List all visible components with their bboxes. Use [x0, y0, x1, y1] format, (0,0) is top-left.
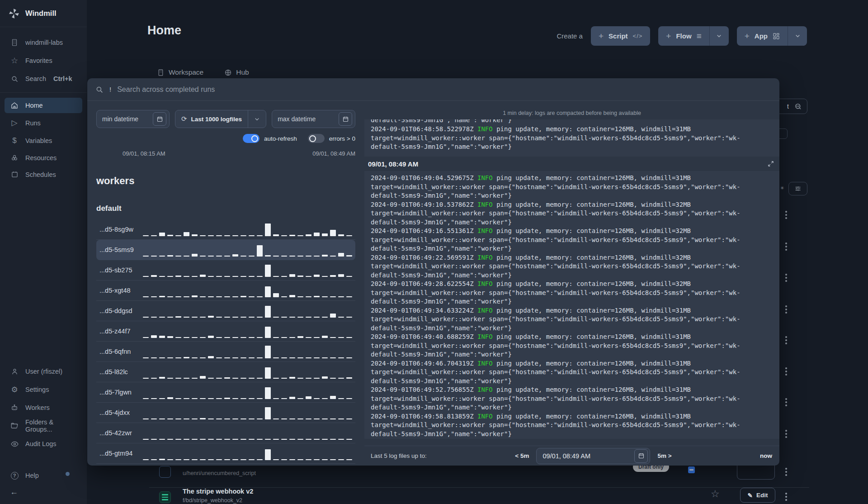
- sidebar-item-label: Home: [25, 102, 43, 109]
- create-app-button[interactable]: + App: [737, 26, 788, 46]
- footer-datetime-value: 09/01, 08:49 AM: [542, 452, 590, 460]
- logfiles-dropdown-button[interactable]: [248, 110, 266, 128]
- row-kebab-menu[interactable]: [784, 428, 788, 439]
- row-kebab-menu[interactable]: [784, 272, 788, 283]
- row-kebab-menu[interactable]: [784, 304, 788, 315]
- collapse-sidebar-button[interactable]: ←: [0, 485, 87, 504]
- robot-icon: [10, 404, 19, 412]
- footer-datetime-field[interactable]: 09/01, 08:49 AM: [536, 448, 650, 464]
- row-kebab-menu[interactable]: [784, 335, 788, 346]
- create-prefix-label: Create a: [557, 32, 583, 40]
- worker-name: ...d5-ddgsd: [99, 307, 143, 314]
- sidebar-item-search[interactable]: Search Ctrl+k: [0, 70, 87, 88]
- worker-activity-sparkline: [143, 223, 352, 236]
- row-kebab-menu[interactable]: [784, 397, 788, 408]
- workers-heading: workers: [96, 175, 355, 187]
- worker-name: ...d5-7lgwn: [99, 389, 143, 396]
- row-kebab-menu[interactable]: [784, 491, 788, 502]
- expand-icon: [768, 161, 774, 167]
- create-script-button[interactable]: + Script </>: [591, 26, 650, 46]
- sidebar-item-folders-groups[interactable]: Folders & Groups...: [0, 417, 87, 435]
- plus-icon: +: [745, 31, 750, 41]
- filter-sliders-button[interactable]: [788, 182, 807, 195]
- sidebar-item-variables[interactable]: $ Variables: [5, 133, 82, 149]
- max-datetime-input[interactable]: [278, 115, 318, 123]
- log-section-time: 09/01, 08:49 AM: [368, 160, 418, 168]
- min-datetime-input[interactable]: [102, 115, 143, 123]
- max-datetime-field[interactable]: [272, 110, 355, 128]
- calendar-icon[interactable]: [634, 449, 648, 463]
- worker-row[interactable]: ...d5-ddgsd: [96, 301, 355, 321]
- worker-row[interactable]: ...d5-sb275: [96, 260, 355, 281]
- row-kebab-menu[interactable]: [784, 209, 788, 220]
- search-icon: [10, 75, 19, 83]
- worker-row[interactable]: ...d5-xgt48: [96, 281, 355, 301]
- worker-activity-sparkline: [143, 426, 352, 440]
- errors-toggle[interactable]: [308, 134, 325, 143]
- log-delay-notice: 1 min delay: logs are compacted before b…: [364, 110, 779, 116]
- worker-row[interactable]: ...d5-4jdxx: [96, 403, 355, 423]
- edit-button[interactable]: ✎ Edit: [740, 488, 775, 503]
- worker-row[interactable]: ...d5-l82lc: [96, 362, 355, 382]
- sidebar-item-help[interactable]: ? Help: [0, 466, 87, 485]
- sidebar-item-resources[interactable]: Resources: [5, 150, 82, 166]
- chevron-down-icon: [716, 33, 722, 39]
- worker-name: ...d5-8sg9w: [99, 226, 143, 233]
- sidebar-item-user[interactable]: User (rfiszel): [0, 362, 87, 380]
- next-5m-button[interactable]: 5m >: [657, 452, 671, 459]
- chevron-down-icon: [254, 116, 260, 123]
- worker-name: ...d5-xgt48: [99, 287, 143, 294]
- create-app-split-button: + App: [737, 26, 807, 46]
- sidebar-item-workspace[interactable]: windmill-labs: [0, 33, 87, 52]
- calendar-icon[interactable]: [153, 112, 166, 126]
- page-title: Home: [147, 24, 181, 38]
- worker-activity-sparkline: [143, 365, 352, 379]
- expand-fullscreen-button[interactable]: [766, 160, 776, 168]
- row-kebab-menu[interactable]: [784, 366, 788, 377]
- log-previous-entry: 2024-09-01T06:48:58.522978Z INFO ping up…: [371, 125, 773, 152]
- globe-icon: [224, 69, 232, 76]
- sidebar-item-label: windmill-labs: [25, 39, 63, 46]
- sidebar-item-workers[interactable]: Workers: [0, 399, 87, 417]
- worker-row[interactable]: ...d5-8sg9w: [96, 219, 355, 240]
- sidebar-item-home[interactable]: Home: [5, 98, 82, 113]
- sidebar-item-runs[interactable]: ▷ Runs: [5, 114, 82, 131]
- create-flow-button[interactable]: + Flow ≡: [658, 26, 709, 46]
- tab-hub[interactable]: Hub: [224, 68, 249, 76]
- pencil-icon: ✎: [748, 492, 753, 499]
- sidebar-item-label: Runs: [25, 119, 41, 127]
- worker-row[interactable]: ...d5-5sms9: [96, 240, 355, 260]
- flow-dropdown-button[interactable]: [709, 26, 729, 46]
- min-datetime-field[interactable]: [96, 110, 170, 128]
- worker-row[interactable]: ...d5-6qfnn: [96, 342, 355, 362]
- script-language-icon: [159, 491, 171, 503]
- tab-workspace[interactable]: Workspace: [157, 68, 203, 76]
- now-button[interactable]: now: [760, 452, 772, 459]
- row-kebab-menu[interactable]: [784, 241, 788, 252]
- app-dropdown-button[interactable]: [788, 26, 807, 46]
- worker-row[interactable]: ...d5-42zwr: [96, 423, 355, 443]
- sidebar-item-audit-logs[interactable]: Audit Logs: [0, 435, 87, 453]
- favorite-star-icon[interactable]: ☆: [711, 488, 720, 500]
- logfiles-selected-option[interactable]: ⟳ Last 1000 logfiles: [175, 115, 248, 123]
- toggle-row: auto-refresh errors > 0: [96, 134, 355, 143]
- calendar-icon[interactable]: [339, 112, 352, 126]
- log-footer-bar: Last 5 log files up to: < 5m 09/01, 08:4…: [364, 446, 779, 466]
- auto-refresh-toggle[interactable]: [243, 134, 259, 143]
- sidebar-item-settings[interactable]: ⚙ Settings: [0, 380, 87, 399]
- sidebar-item-schedules[interactable]: Schedules: [5, 167, 82, 182]
- completed-runs-search-input[interactable]: [117, 86, 771, 94]
- prev-5m-button[interactable]: < 5m: [515, 452, 529, 459]
- worker-activity-sparkline: [143, 447, 352, 460]
- worker-row[interactable]: ...d5-z44f7: [96, 321, 355, 342]
- create-script-label: Script: [609, 32, 628, 40]
- app-root: Windmill windmill-labs ☆ Favorites: [0, 0, 868, 504]
- worker-row[interactable]: ...d5-7lgwn: [96, 382, 355, 403]
- range-end-time: 09/01, 08:49 AM: [312, 150, 355, 157]
- worker-row[interactable]: ...d5-gtm94: [96, 443, 355, 464]
- home-icon: [10, 101, 19, 109]
- code-search-icon: [794, 103, 802, 110]
- row-kebab-menu[interactable]: [784, 466, 788, 477]
- sidebar-bottom-group: User (rfiszel) ⚙ Settings Workers: [0, 356, 87, 466]
- sidebar-item-favorites[interactable]: ☆ Favorites: [0, 52, 87, 70]
